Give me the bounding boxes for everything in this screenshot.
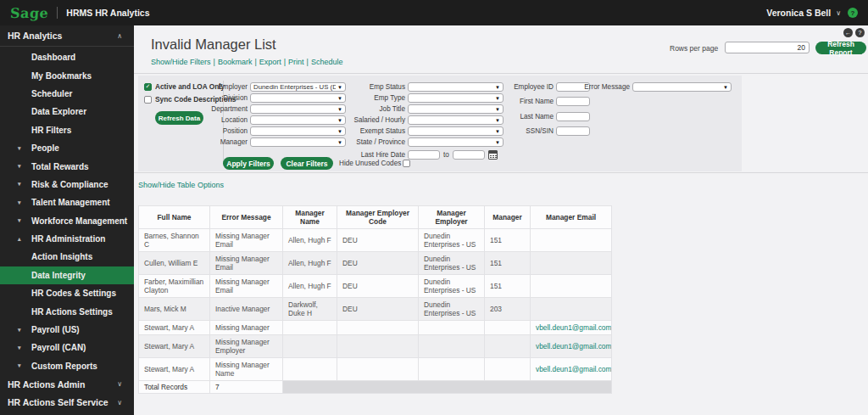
last-hire-date-to-input[interactable] (453, 150, 485, 160)
sidebar-section-hr-actions-self-service[interactable]: HR Actions Self Service ∨ (0, 393, 134, 411)
filter-dropdown-value: Dunedin Enterprises - US (DEU) (253, 83, 336, 91)
error-message-dropdown[interactable]: ▼ (632, 82, 732, 92)
job-title-dropdown[interactable]: ▼ (408, 104, 504, 114)
chevron-down-icon: ∨ (117, 380, 122, 388)
filter-row: First Name (500, 96, 590, 107)
division-dropdown[interactable]: ▼ (250, 93, 346, 103)
sidebar-item-total-rewards[interactable]: ▾ Total Rewards (0, 157, 134, 175)
department-dropdown[interactable]: ▼ (250, 104, 346, 114)
sidebar-item-risk-compliance[interactable]: ▾ Risk & Compliance (0, 176, 134, 193)
sidebar-item-custom-reports[interactable]: ▾ Custom Reports (0, 357, 134, 375)
filter-row: Department ▼ (194, 104, 346, 115)
sidebar-item-label: Action Insights (31, 252, 92, 261)
manager-email-cell[interactable]: vbell.deun1@gmail.com (531, 358, 612, 381)
header-links: Show/Hide Filters|Bookmark|Export|Print|… (151, 58, 342, 66)
page-icons: ← ? (843, 28, 865, 37)
table-cell: 151 (485, 229, 531, 252)
refresh-report-button[interactable]: Refresh Report (815, 42, 866, 54)
sidebar-item-data-integrity[interactable]: Data Integrity (0, 266, 134, 284)
table-cell (337, 335, 419, 358)
manager-email-cell (531, 252, 612, 275)
table-cell (337, 321, 419, 335)
last-name-input[interactable] (556, 112, 590, 121)
state-province-dropdown[interactable]: ▼ (408, 137, 504, 147)
sidebar-item-action-insights[interactable]: Action Insights (0, 248, 134, 266)
rows-per-page-input[interactable] (725, 42, 810, 53)
location-dropdown[interactable]: ▼ (250, 115, 346, 125)
filter-label: Position (194, 127, 250, 135)
table-header-row: Full NameError MessageManager NameManage… (139, 206, 612, 229)
manager-dropdown[interactable]: ▼ (250, 137, 346, 147)
help-icon[interactable]: ? (848, 8, 858, 18)
dropdown-arrow-icon: ▼ (337, 107, 342, 112)
sidebar-item-workforce-management[interactable]: ▾ Workforce Management (0, 212, 134, 230)
sidebar-item-talent-management[interactable]: ▾ Talent Management (0, 193, 134, 211)
sidebar-item-hr-codes-settings[interactable]: HR Codes & Settings (0, 284, 134, 302)
clear-filters-button[interactable]: Clear Filters (281, 157, 333, 170)
last-hire-date-from-input[interactable] (408, 150, 440, 160)
header-link-show-hide-filters[interactable]: Show/Hide Filters (151, 58, 211, 66)
ssn-sin-input[interactable] (556, 126, 590, 136)
sidebar-item-hr-filters[interactable]: HR Filters (0, 121, 134, 139)
table-footer-row: Total Records 7 (139, 381, 612, 394)
filter-label: Emp Status (352, 83, 408, 91)
link-separator: | (254, 58, 256, 66)
filter-panel: ✓ Active and LOA Only Sync Code Descript… (138, 76, 742, 171)
sync-code-checkbox[interactable] (144, 96, 152, 104)
expand-chevron-icon: ▾ (18, 181, 31, 188)
filter-row: Last Name (500, 111, 590, 122)
sidebar-item-hr-actions-settings[interactable]: HR Actions Settings (0, 302, 134, 320)
apply-filters-button[interactable]: Apply Filters (223, 157, 274, 170)
column-header-manager: Manager (485, 206, 531, 229)
filter-label: Employee ID (500, 83, 556, 91)
column-header-manager-employer-code: Manager Employer Code (337, 206, 419, 229)
first-name-input[interactable] (556, 97, 590, 106)
header-link-bookmark[interactable]: Bookmark (218, 58, 253, 66)
filter-row: Position ▼ (194, 126, 346, 137)
calendar-icon[interactable] (488, 150, 498, 160)
header-link-export[interactable]: Export (259, 58, 281, 66)
filter-label: Location (194, 116, 250, 124)
emp-type-dropdown[interactable]: ▼ (408, 93, 504, 103)
table-cell: Missing Manager (210, 321, 283, 335)
sidebar-item-people[interactable]: ▾ People (0, 139, 134, 157)
filter-row: Location ▼ (194, 115, 346, 126)
manager-email-cell (531, 275, 612, 298)
sidebar-header-label: HR Analytics (8, 31, 62, 41)
sidebar-section-hr-actions-admin[interactable]: HR Actions Admin ∨ (0, 375, 134, 393)
expand-chevron-icon: ▾ (18, 199, 31, 206)
sidebar-item-dashboard[interactable]: Dashboard (0, 48, 134, 66)
table-row: Stewart, Mary AMissing Manager Namevbell… (139, 358, 612, 381)
employer-dropdown[interactable]: Dunedin Enterprises - US (DEU) ▼ (250, 82, 346, 92)
sidebar-item-payroll-can[interactable]: ▾ Payroll (CAN) (0, 339, 134, 356)
emp-status-dropdown[interactable]: ▼ (408, 82, 504, 92)
active-loa-checkbox[interactable]: ✓ (144, 83, 152, 91)
error-message-row: Error Message ▼ (576, 81, 732, 93)
page-help-icon[interactable]: ? (855, 28, 865, 37)
sidebar-item-scheduler[interactable]: Scheduler (0, 85, 134, 103)
header-link-schedule[interactable]: Schedule (311, 58, 343, 66)
sidebar-item-label: HR Actions Settings (31, 307, 113, 317)
hide-unused-codes-checkbox[interactable] (403, 160, 410, 167)
salaried-hourly-dropdown[interactable]: ▼ (408, 115, 504, 125)
sidebar-item-label: People (31, 143, 59, 153)
sidebar-item-my-bookmarks[interactable]: My Bookmarks (0, 66, 134, 84)
sidebar-item-payroll-us[interactable]: ▾ Payroll (US) (0, 321, 134, 339)
manager-email-cell[interactable]: vbell.deun1@gmail.com (531, 335, 612, 358)
table-options-link[interactable]: Show/Hide Table Options (138, 181, 224, 189)
table-cell: Barnes, Shannon C (139, 229, 210, 252)
sidebar-item-data-explorer[interactable]: Data Explorer (0, 103, 134, 121)
table-cell: Dunedin Enterprises - US (419, 252, 485, 275)
table-row: Stewart, Mary AMissing Managervbell.deun… (139, 321, 612, 335)
position-dropdown[interactable]: ▼ (250, 126, 346, 136)
manager-email-cell[interactable]: vbell.deun1@gmail.com (531, 321, 612, 335)
table-cell: DEU (337, 229, 419, 252)
sidebar-header-hr-analytics[interactable]: HR Analytics ∧ (0, 25, 134, 47)
sidebar-item-hr-administration[interactable]: ▴ HR Administration (0, 230, 134, 248)
sidebar-item-label: HR Filters (31, 126, 71, 135)
back-icon[interactable]: ← (843, 28, 853, 37)
user-menu[interactable]: Veronica S Bell ∨ ? (766, 8, 858, 18)
table-cell (337, 358, 419, 381)
header-link-print[interactable]: Print (288, 58, 304, 66)
exempt-status-dropdown[interactable]: ▼ (408, 126, 504, 136)
